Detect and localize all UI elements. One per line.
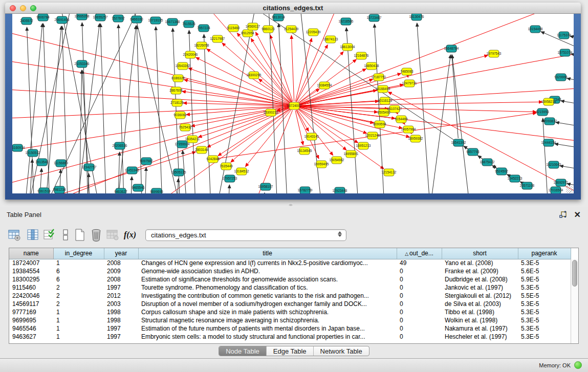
graph-node[interactable]: 18959382 xyxy=(408,135,423,142)
graph-edge[interactable] xyxy=(408,76,408,77)
cell-title[interactable]: Embryonic stem cells: a model to study s… xyxy=(138,333,397,341)
cell-title[interactable]: Disruption of a novel member of a sodium… xyxy=(138,300,397,308)
cell-pagerank[interactable]: 5.3E-5 xyxy=(518,324,571,333)
graph-edge[interactable] xyxy=(299,45,574,105)
graph-node[interactable]: 18613004 xyxy=(340,43,355,51)
graph-node[interactable]: 7635449 xyxy=(220,163,233,170)
graph-edge[interactable] xyxy=(43,24,51,193)
graph-node[interactable]: 12021246 xyxy=(365,132,380,139)
cell-pagerank[interactable]: 5.3E-5 xyxy=(518,283,571,292)
tab-network-table[interactable]: Network Table xyxy=(314,346,369,356)
graph-node[interactable]: 16354211 xyxy=(185,136,200,143)
cell-name[interactable]: 19384554 xyxy=(9,267,53,275)
graph-node[interactable]: 6466160 xyxy=(130,16,143,23)
graph-node[interactable]: 12444154 xyxy=(541,139,556,146)
graph-node[interactable]: 9115460 xyxy=(227,25,240,32)
graph-node[interactable]: 12093832 xyxy=(542,118,557,125)
table-row[interactable]: 1456911722003Disruption of a novel membe… xyxy=(9,300,571,308)
graph-edge[interactable] xyxy=(299,102,542,106)
delete-table-icon[interactable] xyxy=(89,228,103,242)
graph-edge[interactable] xyxy=(299,79,373,104)
graph-edge[interactable] xyxy=(397,113,398,114)
cell-name[interactable]: 9465546 xyxy=(9,324,53,333)
network-window-titlebar[interactable]: citations_edges.txt xyxy=(5,3,581,14)
graph-edge[interactable] xyxy=(237,33,291,102)
graph-node[interactable]: 12923448 xyxy=(333,187,347,193)
table-scrollbar-thumb[interactable] xyxy=(572,260,577,287)
graph-node[interactable]: 9860123 xyxy=(262,26,275,33)
graph-edge[interactable] xyxy=(12,107,290,193)
table-row[interactable]: 1938455462009Genome-wide association stu… xyxy=(9,267,571,275)
graph-node[interactable]: 14955891 xyxy=(344,150,359,158)
cell-out_de[interactable]: 0 xyxy=(397,300,442,308)
graph-node[interactable]: 15300212 xyxy=(264,109,278,116)
graph-node[interactable]: 9524502 xyxy=(495,168,508,175)
graph-edge[interactable] xyxy=(556,122,574,130)
cell-year[interactable]: 2008 xyxy=(104,275,138,283)
graph-node[interactable]: 22420046 xyxy=(183,51,198,58)
graph-edge[interactable] xyxy=(12,85,290,105)
cell-year[interactable]: 2008 xyxy=(104,259,138,267)
graph-node[interactable]: 18130476 xyxy=(409,14,424,20)
graph-node[interactable]: 12205439 xyxy=(306,29,321,36)
graph-node[interactable]: 8215953 xyxy=(536,108,549,116)
graph-node[interactable]: 16674123 xyxy=(323,36,338,43)
graph-node[interactable]: 12164876 xyxy=(354,52,369,59)
graph-node[interactable]: 15692971 xyxy=(554,179,569,186)
graph-node[interactable]: 16166493 xyxy=(376,85,390,93)
graph-node[interactable]: 9154469 xyxy=(395,116,408,123)
graph-node[interactable]: 2867608 xyxy=(169,87,183,94)
graph-edge[interactable] xyxy=(12,152,196,193)
graph-node[interactable]: 10655257 xyxy=(93,14,108,21)
graph-node[interactable]: 16958107 xyxy=(258,183,273,190)
column-header-year[interactable]: year xyxy=(104,248,138,259)
graph-node[interactable]: 7625432 xyxy=(179,124,192,131)
graph-node[interactable]: 8099594 xyxy=(373,121,386,128)
cell-short[interactable]: Jankovic et al. (1997) xyxy=(442,283,518,292)
cell-pagerank[interactable]: 5.6E-5 xyxy=(518,267,571,275)
table-row[interactable]: 946554611997Estimation of the future num… xyxy=(9,324,571,333)
graph-node[interactable]: 20206536 xyxy=(113,142,127,149)
graph-node[interactable]: 16782759 xyxy=(298,187,313,193)
graph-node[interactable]: 9036061 xyxy=(173,112,187,119)
cell-title[interactable]: Genome-wide association studies in ADHD. xyxy=(138,267,397,275)
cell-year[interactable]: 2012 xyxy=(104,292,138,300)
graph-node[interactable]: 12217987 xyxy=(210,35,225,42)
cell-in_degree[interactable]: 1 xyxy=(53,259,104,267)
cell-in_degree[interactable]: 6 xyxy=(53,275,104,283)
graph-node[interactable]: 7515526 xyxy=(182,20,195,28)
column-header-pagerank[interactable]: pagerank xyxy=(518,248,571,259)
graph-edge[interactable] xyxy=(184,80,290,105)
cell-name[interactable]: 9699695 xyxy=(9,316,53,324)
graph-edge[interactable] xyxy=(291,35,294,101)
graph-edge[interactable] xyxy=(404,123,405,124)
table-row[interactable]: 977716911998Corpus callosum shape and si… xyxy=(9,308,571,316)
graph-node[interactable]: 17016504 xyxy=(549,187,563,193)
graph-node[interactable]: 10543392 xyxy=(176,62,190,70)
graph-node[interactable]: 15054982 xyxy=(330,157,344,164)
cell-year[interactable]: 1997 xyxy=(104,324,138,333)
cell-short[interactable]: de Silva et al. (2003) xyxy=(442,300,518,308)
graph-node[interactable]: 16648784 xyxy=(444,45,459,52)
graph-node[interactable]: 15134545 xyxy=(297,147,312,155)
graph-node[interactable]: 9606784 xyxy=(36,14,50,21)
cell-in_degree[interactable]: 1 xyxy=(53,316,104,324)
graph-node[interactable]: 8912954 xyxy=(241,30,254,37)
table-row[interactable]: 946362711997Embryonic stem cells: a mode… xyxy=(9,333,571,341)
cell-pagerank[interactable]: 5.3E-5 xyxy=(518,316,571,324)
graph-edge[interactable] xyxy=(43,26,61,193)
graph-edge[interactable] xyxy=(28,159,32,193)
graph-node[interactable]: 17187751 xyxy=(372,74,386,81)
graph-node[interactable]: 18226058 xyxy=(194,42,209,49)
network-canvas[interactable]: 1872400724055729606784206914061956535810… xyxy=(12,14,574,193)
graph-node[interactable]: 9329966 xyxy=(554,74,568,81)
graph-edge[interactable] xyxy=(256,32,292,102)
graph-node[interactable]: 8813014 xyxy=(272,14,285,21)
graph-node[interactable]: 20571108 xyxy=(520,182,535,189)
graph-node[interactable]: 10116123 xyxy=(378,97,393,104)
graph-edge[interactable] xyxy=(144,167,146,193)
graph-edge[interactable] xyxy=(555,144,574,152)
table-row[interactable]: 1830029562008Estimation of significance … xyxy=(9,275,571,283)
cell-name[interactable]: 9115460 xyxy=(9,283,53,292)
cell-out_de[interactable]: 0 xyxy=(397,308,442,316)
